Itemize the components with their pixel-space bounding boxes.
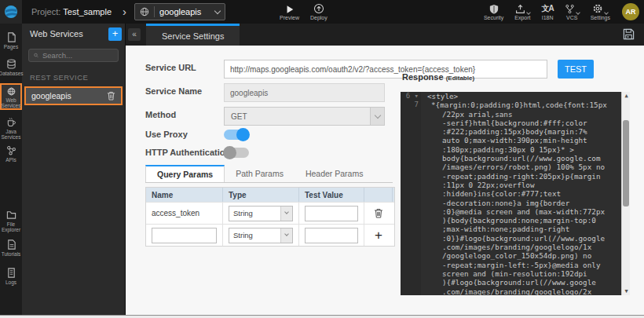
param-type-value: String (229, 209, 280, 217)
cloud-upload-icon (313, 3, 324, 14)
sidebar-item-apis[interactable]: APIs (0, 143, 22, 163)
delete-row-button[interactable] (374, 208, 383, 218)
main-area: « Service Settings Service URL TEST Serv… (126, 24, 644, 318)
code-line: screen and (min-resolution:192dpi (401, 269, 630, 278)
param-type-select[interactable]: String (229, 228, 293, 243)
code-line: ;max-width:none;padding-right (401, 225, 630, 233)
param-type-value: String (229, 231, 280, 239)
save-button[interactable] (623, 28, 635, 40)
add-service-button[interactable]: + (108, 27, 122, 41)
param-type-select[interactable]: String (229, 206, 293, 221)
globe-icon (6, 87, 16, 96)
service-name-input[interactable] (224, 83, 385, 102)
sidebar-item-tutorials[interactable]: Tutorials (0, 237, 22, 257)
tab-label: Query Params (157, 170, 213, 179)
response-code-editor[interactable]: 6 ▾<style>7*{margin:0;padding:0}html,cod… (401, 92, 630, 295)
use-proxy-toggle[interactable] (224, 130, 249, 140)
code-line: /googlelogo_color_150x54dp.png) no (401, 251, 630, 260)
security-button[interactable]: Security (478, 0, 509, 24)
app-logo[interactable] (0, 0, 22, 24)
service-list-item-googleapis[interactable]: googleapis (24, 86, 123, 105)
collapse-panel-button[interactable]: « (128, 28, 141, 41)
test-button[interactable]: TEST (558, 60, 594, 79)
code-line: :#222;padding:15px}body{margin:7% (401, 127, 630, 136)
sidebar-item-label: Pages (4, 44, 18, 49)
sidebar-item-label: Logs (5, 280, 16, 285)
param-test-value-input[interactable] (305, 228, 358, 243)
i18n-button[interactable]: 文A I18N (536, 0, 558, 24)
code-line: body{background:url(//www.google.com (401, 154, 630, 163)
service-url-label: Service URL (145, 63, 232, 72)
sidebar-item-java-services[interactable]: Java Services (0, 115, 22, 140)
vcs-label: VCS (566, 15, 577, 20)
sidebar-item-logs[interactable]: Logs (0, 265, 22, 285)
tab-label: Service Settings (162, 31, 224, 41)
language-icon: 文A (541, 3, 553, 14)
add-row-button[interactable]: + (375, 230, 382, 241)
avatar[interactable]: AR (622, 3, 639, 20)
scrollbar-thumb[interactable] (623, 120, 629, 207)
window-bottom-edge (0, 315, 644, 318)
vcs-button[interactable]: VCS (559, 0, 585, 24)
column-header-type: Type (223, 188, 299, 202)
app-selector-value: googleapis (159, 7, 210, 16)
security-label: Security (484, 15, 503, 20)
http-auth-toggle[interactable] (224, 148, 249, 158)
page-icon (6, 32, 16, 42)
sidebar-item-label: Tutorials (2, 251, 21, 257)
coffee-icon (6, 117, 16, 127)
editor-scrollbar[interactable]: ▲ ▼ (621, 92, 630, 295)
code-line: auto 0;max-width:390px;min-height (401, 136, 630, 144)
table-row: String + (146, 224, 394, 246)
toggle-knob (236, 128, 250, 141)
tab-query-params[interactable]: Query Params (145, 165, 225, 182)
trash-icon[interactable] (107, 91, 115, 101)
database-icon (6, 59, 16, 69)
app-selector[interactable]: googleapis (134, 3, 225, 20)
service-name-label: Service Name (145, 86, 232, 96)
preview-button[interactable]: Preview (274, 0, 305, 24)
column-header-test-value: Test Value (299, 188, 364, 202)
code-line: :11px 0 22px;overflow (401, 181, 630, 189)
export-button[interactable]: Export (509, 0, 536, 24)
chevron-down-icon (370, 108, 384, 125)
tab-path-params[interactable]: Path Params (225, 165, 295, 182)
sidebar-item-databases[interactable]: Databases (0, 57, 22, 76)
sidebar-item-pages[interactable]: Pages (0, 30, 22, 49)
code-line: /images/errors/robot.png) 100% 5px no (401, 163, 630, 171)
service-url-input[interactable] (224, 60, 547, 79)
code-line: -serif}html{background:#fff;color (401, 119, 630, 127)
use-proxy-label: Use Proxy (145, 130, 232, 139)
code-line: /22px arial,sans (401, 110, 630, 119)
code-line: -repeat;padding-right:205px}p{margin (401, 172, 630, 181)
topbar: Project:Test_sample › googleapis Preview (0, 0, 644, 24)
web-services-panel: Web Services + REST SERVICE googleapis (22, 24, 126, 318)
param-name-input[interactable] (152, 228, 217, 243)
project-name: Test_sample (63, 7, 112, 16)
code-line: -repeat;margin-left:-5px}@media only (401, 261, 630, 269)
deploy-label: Deploy (310, 15, 327, 20)
tab-label: Path Params (236, 169, 284, 178)
tab-header-params[interactable]: Header Params (295, 165, 375, 182)
sidebar-item-web-services[interactable]: Web Services (0, 83, 22, 110)
chevron-down-icon (280, 228, 292, 243)
tab-label: Header Params (306, 169, 364, 178)
scroll-up-icon[interactable]: ▲ (622, 92, 630, 100)
service-search (28, 49, 119, 62)
chevron-down-icon (605, 10, 609, 15)
code-line: .com/images/branding/googlelogo/1x (401, 243, 630, 251)
tab-service-settings[interactable]: Service Settings (146, 24, 240, 46)
code-line: :0}@media screen and (max-width:772px (401, 207, 630, 216)
scroll-down-icon[interactable]: ▼ (622, 287, 630, 295)
deploy-button[interactable]: Deploy (305, 0, 333, 24)
i18n-label: I18N (542, 15, 554, 20)
service-settings-form: Service URL TEST Service Name Method GET… (126, 46, 644, 318)
sidebar-item-file-explorer[interactable]: File Explorer (0, 207, 22, 232)
selector-divider (154, 6, 155, 17)
method-select[interactable]: GET (224, 107, 385, 126)
param-test-value-input[interactable] (305, 206, 358, 221)
search-input[interactable] (42, 51, 113, 60)
settings-label: Settings (591, 15, 610, 20)
settings-button[interactable]: Settings (585, 0, 616, 24)
wavemaker-logo-icon (4, 5, 18, 19)
